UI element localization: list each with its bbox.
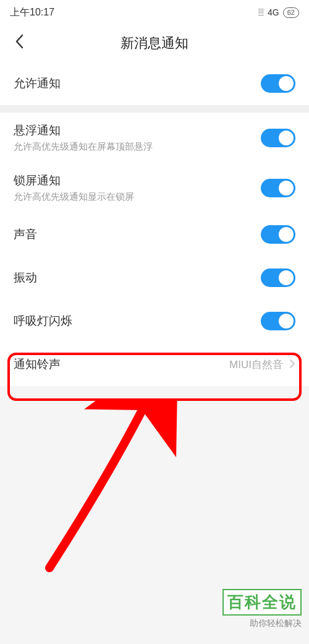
annotation-arrow-icon <box>31 401 192 574</box>
ringtone-value: MIUI自然音 <box>229 358 283 372</box>
row-title: 锁屏通知 <box>14 173 134 189</box>
toggle-led[interactable] <box>261 312 295 330</box>
page-title: 新消息通知 <box>121 34 188 53</box>
toggle-vibrate[interactable] <box>261 268 295 287</box>
row-lockscreen-notification: 锁屏通知 允许高优先级通知显示在锁屏 <box>0 163 309 213</box>
section-allow: 允许通知 <box>0 62 309 105</box>
row-led: 呼吸灯闪烁 <box>0 299 309 343</box>
row-title: 允许通知 <box>14 75 61 92</box>
row-title: 呼吸灯闪烁 <box>14 313 72 329</box>
toggle-floating[interactable] <box>261 129 295 147</box>
status-bar: 上午10:17 ⦙⦙⦙ 4G 62 <box>0 0 309 25</box>
row-subtitle: 允许高优先级通知显示在锁屏 <box>14 191 134 203</box>
watermark-subtitle: 助你轻松解决 <box>222 618 302 629</box>
row-title: 悬浮通知 <box>14 122 153 139</box>
row-vibrate: 振动 <box>0 256 309 299</box>
row-title: 通知铃声 <box>14 356 61 372</box>
row-title: 振动 <box>14 270 37 286</box>
battery-icon: 62 <box>283 7 299 18</box>
back-icon[interactable] <box>10 33 25 54</box>
row-subtitle: 允许高优先级通知在屏幕顶部悬浮 <box>14 141 153 153</box>
status-time: 上午10:17 <box>10 6 54 19</box>
network-label: 4G <box>268 7 279 17</box>
toggle-lockscreen[interactable] <box>261 179 295 197</box>
signal-icon: ⦙⦙⦙ <box>258 7 264 18</box>
watermark-title: 百科全说 <box>222 589 302 616</box>
section-details: 悬浮通知 允许高优先级通知在屏幕顶部悬浮 锁屏通知 允许高优先级通知显示在锁屏 … <box>0 113 309 386</box>
chevron-right-icon <box>289 358 295 372</box>
nav-header: 新消息通知 <box>0 25 309 62</box>
row-value-group: MIUI自然音 <box>229 358 295 372</box>
row-floating-notification: 悬浮通知 允许高优先级通知在屏幕顶部悬浮 <box>0 113 309 163</box>
section-gap <box>0 105 309 113</box>
row-sound: 声音 <box>0 213 309 256</box>
watermark: 百科全说 助你轻松解决 <box>222 589 302 629</box>
status-right: ⦙⦙⦙ 4G 62 <box>258 7 299 18</box>
row-title: 声音 <box>14 226 37 243</box>
row-allow-notification: 允许通知 <box>0 62 309 105</box>
toggle-allow[interactable] <box>261 74 295 93</box>
toggle-sound[interactable] <box>261 225 295 244</box>
row-ringtone[interactable]: 通知铃声 MIUI自然音 <box>0 343 309 386</box>
